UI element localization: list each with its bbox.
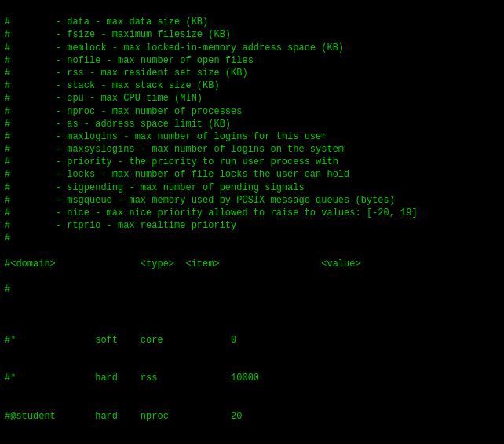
table-row: #* hard rss 10000 [5,372,499,384]
comment-line-15: # - msgqueue - max memory used by POSIX … [5,195,395,206]
comment-line-9: # - as - address space limit (KB) [5,119,231,130]
top-comment-lines: # - data - max data size (KB) # - fsize … [5,16,499,244]
terminal-window: # - data - max data size (KB) # - fsize … [5,3,499,444]
comment-line-3: # - memlock - max locked-in-memory addre… [5,42,344,53]
comment-line-17: # - rtprio - max realtime priority [5,220,236,231]
table-header: #<domain> <type> <item> <value> [5,258,499,270]
table-header-blank: # [5,283,499,295]
comment-line-12: # - priority - the priority to run user … [5,156,338,167]
table-row: #@student hard nproc 20 [5,410,499,423]
comment-line-14: # - sigpending - max number of pending s… [5,182,305,193]
comment-line-6: # - stack - max stack size (KB) [5,80,220,91]
comment-line-2: # - fsize - maximum filesize (KB) [5,29,231,40]
comment-line-18: # [5,233,10,244]
table-rows: #* soft core 0 #* hard rss 10000 #@stude… [5,309,499,445]
comment-line-1: # - data - max data size (KB) [5,17,208,28]
comment-line-10: # - maxlogins - max number of logins for… [5,131,327,142]
comment-line-4: # - nofile - max number of open files [5,55,254,66]
comment-line-16: # - nice - max nice priority allowed to … [5,207,418,218]
comment-line-11: # - maxsyslogins - max number of logins … [5,144,344,155]
comment-line-13: # - locks - max number of file locks the… [5,169,349,180]
comment-line-5: # - rss - max resident set size (KB) [5,68,248,79]
comment-line-7: # - cpu - max CPU time (MIN) [5,93,203,104]
comment-line-8: # - nproc - max number of processes [5,106,242,117]
table-row: #* soft core 0 [5,334,499,347]
